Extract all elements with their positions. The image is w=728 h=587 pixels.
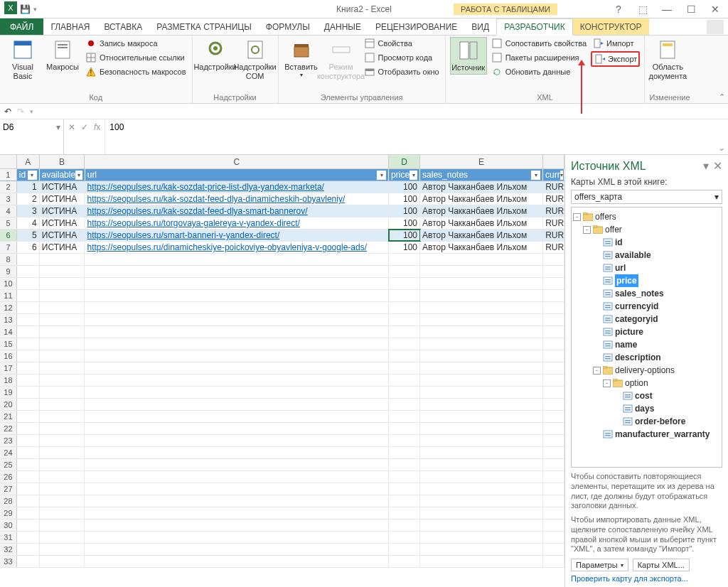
row-header[interactable]: 8	[0, 254, 17, 265]
empty-row[interactable]: 20	[0, 399, 564, 411]
expansion-packs-button[interactable]: Пакеты расширения	[490, 51, 588, 64]
empty-row[interactable]: 25	[0, 459, 564, 471]
maximize-icon[interactable]: ☐	[681, 2, 701, 16]
xml-params-button[interactable]: Параметры▾	[571, 559, 628, 571]
row-header[interactable]: 22	[0, 423, 17, 434]
tree-node[interactable]: cost	[573, 389, 720, 402]
tab-review[interactable]: РЕЦЕНЗИРОВАНИЕ	[368, 18, 464, 35]
cell[interactable]: 100	[389, 230, 420, 241]
cell[interactable]: ИСТИНА	[40, 205, 85, 217]
row-header[interactable]: 20	[0, 399, 17, 410]
filter-icon[interactable]: ▾	[531, 171, 540, 180]
cell[interactable]: ИСТИНА	[40, 217, 85, 229]
empty-row[interactable]: 33	[0, 556, 564, 568]
table-row[interactable]: 2 1 ИСТИНА https://seopulses.ru/kak-sozd…	[0, 181, 564, 193]
tree-node[interactable]: id	[573, 236, 720, 249]
view-code-button[interactable]: Просмотр кода	[363, 51, 441, 64]
empty-row[interactable]: 15	[0, 338, 564, 350]
minimize-icon[interactable]: —	[657, 2, 677, 16]
table-header[interactable]: id▾	[17, 169, 40, 181]
cell[interactable]: RUR	[543, 242, 564, 253]
help-icon[interactable]: ?	[609, 2, 628, 16]
tree-node[interactable]: categoryid	[573, 313, 720, 325]
visual-basic-button[interactable]: Visual Basic	[4, 37, 41, 82]
row-header[interactable]: 17	[0, 362, 17, 374]
tree-node[interactable]: -option	[573, 377, 720, 389]
empty-row[interactable]: 14	[0, 326, 564, 338]
column-header[interactable]: E	[420, 155, 543, 168]
xml-verify-link[interactable]: Проверить карту для экспорта...	[571, 574, 722, 583]
cell[interactable]: RUR	[543, 181, 564, 193]
tab-table-design[interactable]: КОНСТРУКТОР	[573, 18, 649, 35]
cell[interactable]: 100	[389, 242, 420, 253]
row-header[interactable]: 10	[0, 278, 17, 289]
tree-node[interactable]: -offers	[573, 210, 720, 223]
column-header[interactable]: B	[40, 155, 85, 168]
empty-row[interactable]: 22	[0, 423, 564, 435]
row-header[interactable]: 27	[0, 483, 17, 495]
document-panel-button[interactable]: Область документа	[649, 37, 686, 82]
tree-node[interactable]: currencyid	[573, 300, 720, 313]
tree-node[interactable]: name	[573, 338, 720, 351]
insert-control-button[interactable]: Вставить▾	[283, 37, 320, 80]
empty-row[interactable]: 13	[0, 314, 564, 326]
tree-node[interactable]: url	[573, 262, 720, 274]
cell[interactable]: RUR	[543, 230, 564, 241]
name-box[interactable]: ▾	[0, 119, 64, 154]
tree-node[interactable]: available	[573, 249, 720, 262]
row-header[interactable]: 18	[0, 375, 17, 386]
cell[interactable]: 3	[17, 205, 40, 217]
tree-toggle-icon[interactable]: -	[593, 367, 601, 375]
empty-row[interactable]: 18	[0, 375, 564, 387]
collapse-ribbon-icon[interactable]: ⌃	[719, 92, 725, 102]
empty-row[interactable]: 9	[0, 266, 564, 278]
tree-toggle-icon[interactable]: -	[583, 226, 591, 234]
cell-link[interactable]: https://seopulses.ru/kak-sozdat-feed-dly…	[85, 205, 389, 217]
properties-button[interactable]: Свойства	[363, 37, 441, 50]
addins-button[interactable]: Надстройки	[197, 37, 234, 73]
cell[interactable]: RUR	[543, 217, 564, 229]
map-properties-button[interactable]: Сопоставить свойства	[490, 37, 588, 50]
cell[interactable]: Автор Чакканбаев Ильхом	[420, 230, 543, 241]
xml-tree[interactable]: -offers-offeridavailableurlpricesales_no…	[571, 207, 722, 468]
xml-map-select[interactable]: offers_карта ▾	[571, 190, 722, 204]
cell[interactable]: 4	[17, 217, 40, 229]
cell-link[interactable]: https://seopulses.ru/dinamicheskiye-poic…	[85, 242, 389, 253]
row-header[interactable]: 14	[0, 326, 17, 338]
cell[interactable]: 1	[17, 181, 40, 193]
ribbon-options-icon[interactable]: ⬚	[633, 2, 653, 16]
refresh-data-button[interactable]: Обновить данные	[490, 65, 588, 78]
cell[interactable]: RUR	[543, 205, 564, 217]
row-header[interactable]: 32	[0, 544, 17, 555]
row-header[interactable]: 9	[0, 266, 17, 277]
empty-row[interactable]: 11	[0, 290, 564, 302]
tree-node[interactable]: -delivery-options	[573, 364, 720, 377]
empty-row[interactable]: 32	[0, 544, 564, 556]
empty-row[interactable]: 26	[0, 471, 564, 483]
undo-icon[interactable]: ↶	[4, 107, 11, 117]
formula-input[interactable]	[109, 122, 724, 132]
cell[interactable]: ИСТИНА	[40, 242, 85, 253]
worksheet[interactable]: A B C D E 1id▾available▾url▾price▾sales_…	[0, 155, 564, 587]
empty-row[interactable]: 19	[0, 387, 564, 399]
table-row[interactable]: 5 4 ИСТИНА https://seopulses.ru/torgovay…	[0, 217, 564, 230]
row-header[interactable]: 2	[0, 181, 17, 193]
tab-home[interactable]: ГЛАВНАЯ	[43, 18, 97, 35]
tree-node[interactable]: price	[573, 274, 720, 287]
tab-file[interactable]: ФАЙЛ	[0, 18, 43, 35]
tab-developer[interactable]: РАЗРАБОТЧИК	[496, 18, 573, 36]
table-row[interactable]: 7 6 ИСТИНА https://seopulses.ru/dinamich…	[0, 242, 564, 254]
cell[interactable]: ИСТИНА	[40, 230, 85, 241]
empty-row[interactable]: 16	[0, 350, 564, 362]
table-header[interactable]: price▾	[389, 169, 420, 181]
cell[interactable]: 2	[17, 193, 40, 205]
empty-row[interactable]: 10	[0, 278, 564, 290]
cell-link[interactable]: https://seopulses.ru/smart-banneri-v-yan…	[85, 230, 389, 241]
redo-icon[interactable]: ↷	[17, 107, 24, 117]
empty-row[interactable]: 12	[0, 302, 564, 314]
filter-icon[interactable]: ▾	[410, 171, 417, 180]
xml-import-button[interactable]: Импорт	[591, 37, 640, 50]
empty-row[interactable]: 29	[0, 507, 564, 519]
row-header[interactable]: 30	[0, 519, 17, 531]
namebox-dropdown-icon[interactable]: ▾	[56, 122, 60, 132]
